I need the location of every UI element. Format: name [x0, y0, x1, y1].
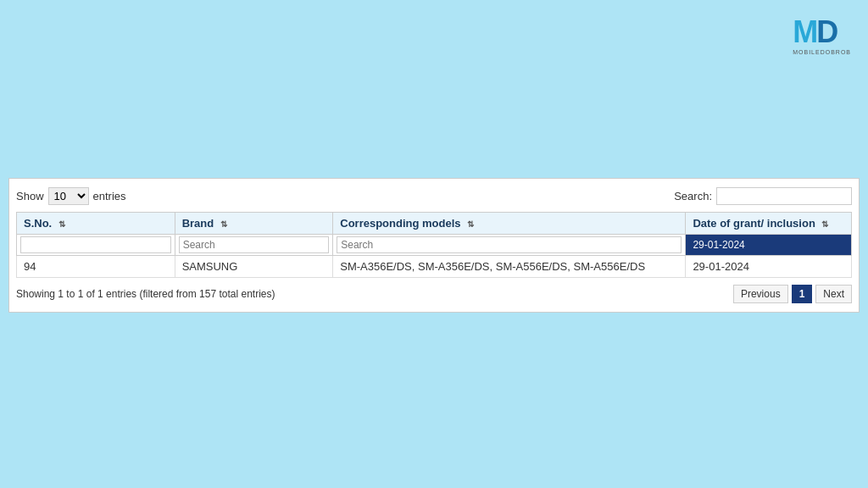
table-row: 94 SAMSUNG SM-A356E/DS, SM-A356E/DS, SM-…	[17, 256, 852, 278]
column-search-row	[17, 235, 852, 256]
search-control: Search:	[674, 187, 852, 205]
data-table: S.No. ⇅ Brand ⇅ Corresponding models ⇅ D…	[16, 212, 852, 278]
cell-brand: SAMSUNG	[175, 256, 333, 278]
entries-select[interactable]: 10 25 50 100	[48, 187, 89, 205]
next-button[interactable]: Next	[815, 285, 852, 303]
search-models-input[interactable]	[337, 236, 682, 253]
sort-models-icon: ⇅	[467, 219, 474, 229]
col-date-label: Date of grant/ inclusion	[693, 217, 815, 230]
global-search-input[interactable]	[716, 187, 852, 205]
entries-label: entries	[93, 190, 126, 202]
sort-date-icon: ⇅	[821, 219, 828, 229]
cell-date: 29-01-2024	[686, 256, 852, 278]
bottom-controls: Showing 1 to 1 of 1 entries (filtered fr…	[16, 285, 852, 303]
col-brand[interactable]: Brand ⇅	[175, 213, 333, 235]
sort-sno-icon: ⇅	[58, 219, 65, 229]
col-brand-label: Brand	[182, 217, 214, 230]
show-entries: Show 10 25 50 100 entries	[16, 187, 126, 205]
logo-d: D	[816, 14, 837, 49]
top-controls: Show 10 25 50 100 entries Search:	[16, 187, 852, 205]
search-brand-cell	[175, 235, 333, 256]
search-brand-input[interactable]	[179, 236, 330, 253]
cell-models: SM-A356E/DS, SM-A356E/DS, SM-A556E/DS, S…	[333, 256, 686, 278]
search-date-cell	[686, 235, 852, 256]
pagination: Previous 1 Next	[733, 285, 852, 303]
logo-site: MOBILEDOBROB	[793, 49, 851, 55]
search-date-input[interactable]	[689, 237, 848, 252]
showing-info: Showing 1 to 1 of 1 entries (filtered fr…	[16, 288, 275, 300]
search-sno-cell	[17, 235, 175, 256]
search-sno-input[interactable]	[20, 236, 171, 253]
table-container: Show 10 25 50 100 entries Search: S.No. …	[8, 178, 860, 313]
table-body: 94 SAMSUNG SM-A356E/DS, SM-A356E/DS, SM-…	[17, 256, 852, 278]
cell-sno: 94	[17, 256, 175, 278]
col-models[interactable]: Corresponding models ⇅	[333, 213, 686, 235]
col-sno[interactable]: S.No. ⇅	[17, 213, 175, 235]
logo-md: MD	[793, 17, 851, 47]
col-date[interactable]: Date of grant/ inclusion ⇅	[686, 213, 852, 235]
sort-brand-icon: ⇅	[220, 219, 227, 229]
search-label: Search:	[674, 190, 712, 202]
previous-button[interactable]: Previous	[733, 285, 788, 303]
col-models-label: Corresponding models	[340, 217, 460, 230]
col-sno-label: S.No.	[24, 217, 52, 230]
current-page[interactable]: 1	[792, 285, 813, 303]
show-label: Show	[16, 190, 44, 202]
logo-area: MD MOBILEDOBROB	[793, 17, 851, 55]
search-models-cell	[333, 235, 686, 256]
table-header-row: S.No. ⇅ Brand ⇅ Corresponding models ⇅ D…	[17, 213, 852, 235]
